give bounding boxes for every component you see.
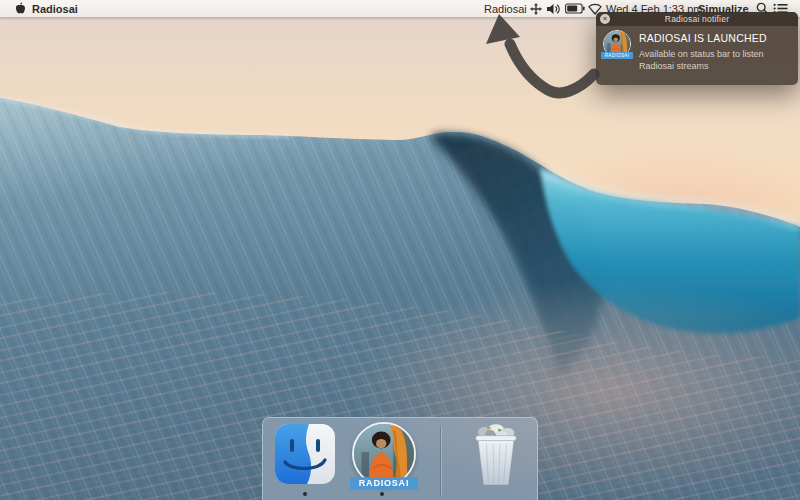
notification-banner[interactable]: ✕ Radiosai notifier RADIOSAI R bbox=[596, 12, 798, 85]
notification-heading: RADIOSAI IS LAUNCHED bbox=[639, 32, 794, 44]
battery-icon[interactable] bbox=[565, 0, 585, 17]
dock-divider bbox=[440, 426, 441, 496]
app-menu-title[interactable]: Radiosai bbox=[32, 0, 78, 17]
finder-running-indicator bbox=[303, 492, 307, 496]
close-icon[interactable]: ✕ bbox=[600, 14, 610, 24]
volume-icon[interactable] bbox=[547, 0, 561, 17]
radiosai-dock-label: RADIOSAI bbox=[350, 477, 418, 490]
dock: RADIOSAI bbox=[262, 417, 538, 500]
radiosai-running-indicator bbox=[380, 492, 384, 496]
move-icon[interactable] bbox=[530, 0, 542, 17]
apple-menu[interactable] bbox=[13, 0, 26, 17]
finder-icon[interactable] bbox=[275, 424, 335, 484]
notification-header: ✕ Radiosai notifier bbox=[596, 12, 798, 26]
apple-logo-icon bbox=[13, 2, 26, 15]
notification-line2: Radiosai streams bbox=[639, 60, 794, 72]
trash-full-icon[interactable] bbox=[469, 423, 523, 487]
status-item-radiosai[interactable]: Radiosai bbox=[484, 0, 527, 17]
avatar-badge: RADIOSAI bbox=[601, 52, 633, 59]
desktop: Radiosai Radiosai Wed bbox=[0, 0, 800, 500]
notification-title: Radiosai notifier bbox=[665, 14, 729, 24]
notification-line1: Available on status bar to listen bbox=[639, 48, 794, 60]
notification-body: RADIOSAI RADIOSAI IS LAUNCHED Available … bbox=[596, 26, 798, 85]
